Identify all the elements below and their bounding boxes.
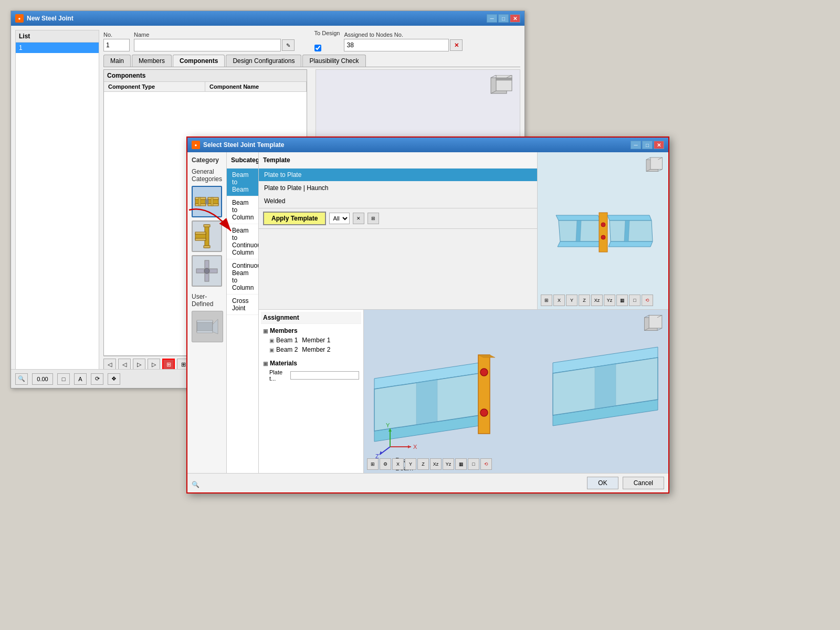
view-btn-1[interactable]: ⊞ — [541, 295, 552, 306]
subcategory-title: Subcategory — [227, 152, 258, 169]
view-btn-layers[interactable]: ▦ — [616, 295, 628, 306]
view-btn-xz[interactable]: Xz — [591, 295, 603, 306]
status-btn-3[interactable]: □ — [57, 373, 70, 385]
view-btn-x[interactable]: X — [553, 295, 565, 306]
cancel-button[interactable]: Cancel — [623, 477, 664, 489]
svg-rect-2 — [496, 78, 512, 80]
view-btn-render[interactable]: □ — [629, 295, 640, 306]
assigned-nodes-input[interactable] — [344, 39, 449, 51]
maximize-btn[interactable]: □ — [498, 14, 509, 23]
status-btn-2[interactable]: 0.00 — [32, 373, 53, 385]
tab-design-config[interactable]: Design Configurations — [226, 55, 301, 67]
cat-icon-beam-beam[interactable] — [192, 186, 222, 217]
dialog-bottom-bar: 🔍 OK Cancel — [187, 473, 668, 492]
tab-main[interactable]: Main — [103, 55, 131, 67]
filter-clear-btn[interactable]: ✕ — [353, 213, 364, 224]
to-design-label: To Design — [314, 30, 340, 36]
cat-icon-generic[interactable] — [192, 255, 222, 287]
template-plate-haunch[interactable]: Plate to Plate | Haunch — [259, 182, 537, 195]
svg-line-55 — [657, 328, 662, 330]
vp-render-btn[interactable]: □ — [468, 458, 479, 470]
svg-marker-42 — [576, 220, 581, 242]
view-btn-yz[interactable]: Yz — [604, 295, 615, 306]
cat-icon-beam-column[interactable] — [192, 220, 222, 252]
add-template-btn[interactable]: ⊞ — [162, 359, 175, 370]
subcat-cross-joint[interactable]: Cross Joint — [227, 295, 258, 315]
close-btn[interactable]: ✕ — [510, 14, 520, 23]
apply-row: Apply Template All ✕ ⊞ — [259, 208, 537, 229]
dialog-search-icon[interactable]: 🔍 — [192, 481, 200, 488]
no-input[interactable] — [103, 39, 130, 51]
member-beam2-row: ▣ Beam 2 Member 2 — [261, 345, 361, 354]
subcat-beam-to-beam[interactable]: Beam to Beam — [227, 169, 258, 196]
name-label: Name — [134, 32, 310, 38]
vp-z-btn[interactable]: Z — [417, 458, 429, 470]
status-btn-4[interactable]: A — [74, 373, 87, 385]
viewport-bottom-toolbar: ⊞ ⚙ X Y Z Xz Yz ▦ □ ⟲ — [367, 458, 492, 470]
toolbar-btn-2[interactable]: ◁ — [118, 359, 131, 370]
template-plate-to-plate[interactable]: Plate to Plate — [259, 169, 537, 182]
dialog-minimize-btn[interactable]: ─ — [631, 141, 641, 149]
vp-x-btn[interactable]: X — [392, 458, 404, 470]
plate-material-input[interactable]: 1 - S235 | I... — [290, 371, 359, 380]
svg-rect-14 — [198, 197, 201, 206]
category-panel: Category General Categories — [187, 152, 227, 473]
beam1-expand-icon[interactable]: ▣ — [269, 338, 274, 343]
toolbar-btn-4[interactable]: ▷ — [148, 359, 160, 370]
status-btn-6[interactable]: ❖ — [108, 373, 120, 385]
general-categories-label: General Categories — [192, 168, 222, 183]
tab-members[interactable]: Members — [132, 55, 172, 67]
svg-rect-31 — [197, 331, 213, 333]
name-edit-btn[interactable]: ✎ — [282, 39, 295, 51]
vp-y-btn[interactable]: Y — [405, 458, 416, 470]
materials-collapse-icon[interactable]: ▣ — [263, 361, 268, 366]
vp-reset-btn[interactable]: ⟲ — [480, 458, 492, 470]
cat-icon-user-defined[interactable] — [192, 311, 223, 342]
subcat-beam-to-column[interactable]: Beam to Column — [227, 196, 258, 224]
vp-settings-btn[interactable]: ⚙ — [380, 458, 391, 470]
dialog-close-btn[interactable]: ✕ — [654, 141, 664, 149]
view-btn-z[interactable]: Z — [579, 295, 590, 306]
template-welded[interactable]: Welded — [259, 195, 537, 208]
beam2-value: Member 2 — [302, 346, 330, 353]
members-collapse-icon[interactable]: ▣ — [263, 328, 268, 334]
svg-marker-32 — [213, 319, 218, 334]
svg-marker-71 — [408, 445, 411, 448]
vp-yz-btn[interactable]: Yz — [443, 458, 454, 470]
toolbar-btn-3[interactable]: ▷ — [133, 359, 145, 370]
subcat-beam-continuous-col[interactable]: Beam to Continuous Column — [227, 224, 258, 259]
minimize-btn[interactable]: ─ — [487, 14, 497, 23]
tab-plausibility[interactable]: Plausibility Check — [302, 55, 365, 67]
filter-options-btn[interactable]: ⊞ — [368, 213, 379, 224]
vp-nav-btn[interactable]: ⊞ — [367, 458, 379, 470]
category-title: Category — [192, 156, 222, 164]
svg-point-48 — [601, 223, 605, 227]
tab-components[interactable]: Components — [173, 55, 225, 67]
view-btn-y[interactable]: Y — [566, 295, 578, 306]
svg-rect-29 — [197, 321, 213, 332]
list-item-1[interactable]: 1 — [16, 43, 99, 53]
apply-template-btn[interactable]: Apply Template — [263, 212, 326, 225]
ok-button[interactable]: OK — [587, 477, 618, 489]
vp-xz-btn[interactable]: Xz — [430, 458, 442, 470]
toolbar-btn-1[interactable]: ◁ — [103, 359, 116, 370]
view-btn-settings[interactable]: ⟲ — [642, 295, 653, 306]
status-btn-5[interactable]: ⟳ — [91, 373, 103, 385]
nodes-clear-btn[interactable]: ✕ — [450, 39, 463, 51]
svg-marker-41 — [558, 242, 602, 247]
svg-rect-24 — [195, 232, 206, 234]
vp-layers-btn[interactable]: ▦ — [455, 458, 467, 470]
list-panel: List 1 — [15, 30, 99, 384]
svg-rect-19 — [205, 200, 208, 204]
preview-cube-nav — [644, 155, 665, 176]
to-design-checkbox[interactable] — [314, 45, 321, 51]
dialog-maximize-btn[interactable]: □ — [642, 141, 653, 149]
filter-select[interactable]: All — [329, 213, 350, 224]
template-title: Template — [259, 152, 537, 169]
name-input[interactable] — [134, 39, 281, 51]
subcat-continuous-beam-col[interactable]: Continuous Beam to Column — [227, 259, 258, 295]
status-btn-1[interactable]: 🔍 — [15, 373, 28, 385]
svg-line-3 — [491, 75, 496, 78]
materials-section: ▣ Materials Plate t... 1 - S235 | I... — [261, 359, 361, 383]
beam2-expand-icon[interactable]: ▣ — [269, 347, 274, 353]
